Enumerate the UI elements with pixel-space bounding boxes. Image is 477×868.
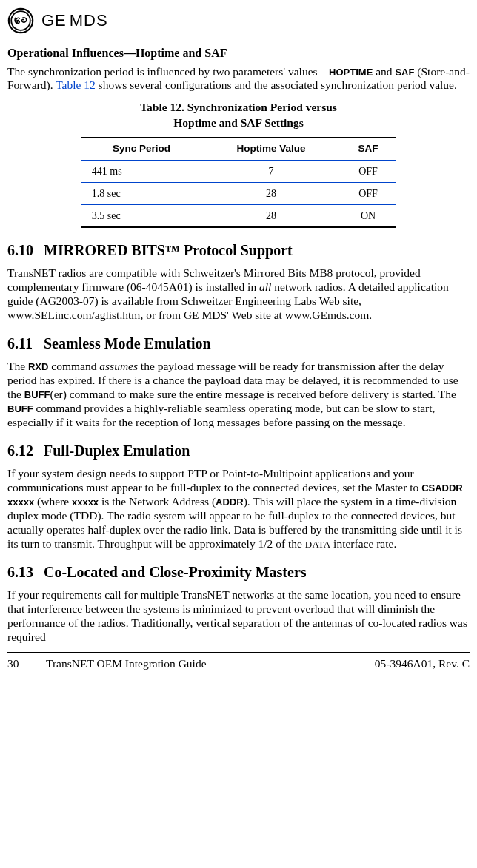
cell: 28 [201, 182, 341, 204]
cell: 28 [201, 204, 341, 227]
heading-6-12: 6.12 Full-Duplex Emulation [7, 442, 470, 460]
heading-6-13: 6.13 Co-Located and Close-Proximity Mast… [7, 563, 470, 581]
text: is the Network Address ( [99, 495, 216, 508]
svg-point-4 [20, 9, 21, 10]
caption-line-2: Hoptime and SAF Settings [173, 116, 304, 129]
header-logo: GEMDS [7, 7, 470, 34]
term-buff: BUFF [7, 403, 33, 414]
cell: 3.5 sec [81, 204, 201, 227]
col-saf: SAF [341, 138, 396, 160]
section-number: 6.13 [7, 563, 40, 581]
cell: 7 [201, 160, 341, 182]
section-title: Seamless Mode Emulation [44, 335, 211, 351]
heading-6-11: 6.11 Seamless Mode Emulation [7, 334, 470, 352]
cell: 1.8 sec [81, 182, 201, 204]
brand-mds: MDS [70, 11, 108, 30]
col-sync-period: Sync Period [81, 138, 201, 160]
section-number: 6.12 [7, 442, 40, 460]
svg-point-7 [31, 20, 32, 21]
footer-docnum: 05-3946A01, Rev. C [336, 657, 470, 671]
cell: OFF [341, 160, 396, 182]
paragraph-6-12: If your system design needs to support P… [7, 467, 470, 551]
term-hoptime: HOPTIME [329, 67, 373, 78]
cell: 441 ms [81, 160, 201, 182]
table-row: 3.5 sec 28 ON [81, 204, 396, 227]
table-row: 441 ms 7 OFF [81, 160, 396, 182]
text: command [48, 360, 99, 372]
text: The [7, 360, 28, 372]
page-footer: 30 TransNET OEM Integration Guide 05-394… [7, 653, 470, 679]
paragraph-6-13: If your requirements call for multiple T… [7, 588, 470, 645]
text: The synchronization period is influenced… [7, 65, 329, 78]
term-buff: BUFF [24, 389, 50, 400]
term-addr: ADDR [216, 497, 244, 508]
table-caption: Table 12. Synchronization Period versus … [7, 100, 470, 131]
text: If your system design needs to support P… [7, 467, 421, 494]
section-number: 6.10 [7, 241, 40, 259]
brand-text: GEMDS [41, 11, 108, 31]
paragraph-6-10: TransNET radios are compatible with Schw… [7, 266, 470, 323]
svg-point-5 [20, 31, 21, 32]
table-sync-period: Sync Period Hoptime Value SAF 441 ms 7 O… [81, 137, 396, 228]
section-title: MIRRORED BITS™ Protocol Support [44, 242, 293, 258]
text: (er) command to make sure the entire mes… [50, 388, 456, 400]
text: interface rate. [330, 537, 396, 550]
cell: ON [341, 204, 396, 227]
caption-line-1: Table 12. Synchronization Period versus [140, 101, 337, 113]
emphasis-assumes: assumes [99, 360, 138, 372]
emphasis-all: all [259, 280, 271, 293]
section-number: 6.11 [7, 334, 40, 352]
brand-ge: GE [41, 11, 67, 30]
section-title: Full-Duplex Emulation [44, 443, 190, 459]
intro-paragraph: The synchronization period is influenced… [7, 65, 470, 93]
svg-point-6 [9, 20, 10, 21]
col-hoptime-value: Hoptime Value [201, 138, 341, 160]
text: shows several configurations and the ass… [96, 78, 457, 91]
table-row: 1.8 sec 28 OFF [81, 182, 396, 204]
paragraph-6-11: The RXD command assumes the payload mess… [7, 360, 470, 430]
text: command provides a highly-reliable seaml… [7, 402, 435, 428]
ge-monogram-icon [7, 7, 34, 34]
term-data: DATA [305, 539, 330, 550]
section-title: Co-Located and Close-Proximity Masters [44, 564, 307, 580]
cell: OFF [341, 182, 396, 204]
page-number: 30 [7, 657, 46, 671]
text: and [373, 65, 395, 78]
term-rxd: RXD [28, 361, 48, 372]
link-table-12[interactable]: Table 12 [56, 78, 96, 91]
text: (where [34, 495, 72, 508]
footer-title: TransNET OEM Integration Guide [46, 657, 336, 671]
heading-6-10: 6.10 MIRRORED BITS™ Protocol Support [7, 241, 470, 259]
subheading-operational-influences: Operational Influences—Hoptime and SAF [7, 46, 470, 61]
term-saf: SAF [395, 67, 414, 78]
term-xxxxx: xxxxx [72, 497, 99, 508]
